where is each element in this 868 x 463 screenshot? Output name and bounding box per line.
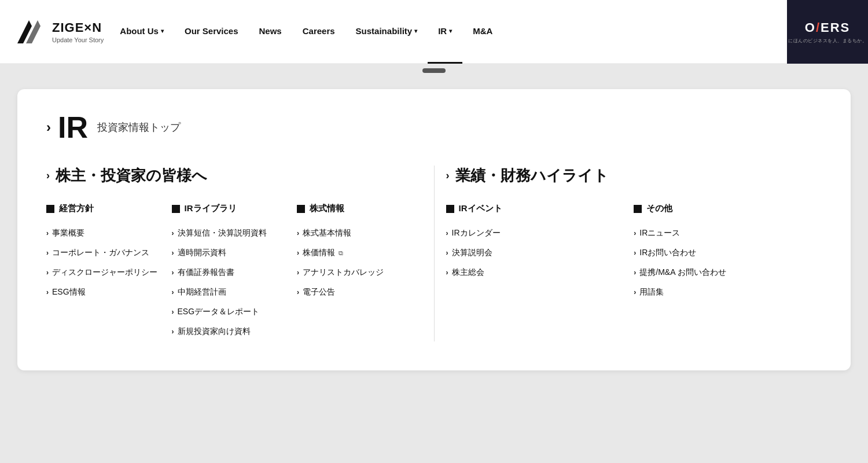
category-label: IRイベント	[459, 203, 502, 214]
left-menu-row: 経営方針 › 事業概要 › コーポレート・ガバナンス › ディスクロージャー	[46, 203, 422, 341]
menu-item[interactable]: › IRカレンダー	[446, 223, 623, 243]
menu-item[interactable]: › 用語集	[634, 282, 810, 302]
nav-about[interactable]: About Us ▾	[109, 0, 174, 64]
right-section-arrow: ›	[446, 170, 450, 182]
category-square	[446, 205, 454, 213]
category-keiei: 経営方針	[46, 203, 160, 214]
right-section-title: 業績・財務ハイライト	[455, 166, 609, 186]
ir-header: › IR 投資家情報トップ	[46, 112, 822, 142]
category-label: IRライブラリ	[185, 203, 237, 214]
logo-name: ZIGE×N	[52, 20, 104, 35]
chevron-down-icon: ▾	[449, 28, 452, 34]
logo-text: ZIGE×N Update Your Story	[52, 20, 104, 43]
category-square	[172, 205, 180, 213]
vertical-divider	[434, 166, 435, 341]
ir-title-sub: 投資家情報トップ	[97, 120, 181, 134]
menu-item[interactable]: › 株主総会	[446, 263, 623, 282]
nav-ma[interactable]: M&A	[462, 0, 503, 64]
menu-item[interactable]: › IRニュース	[634, 223, 810, 243]
left-section-heading: › 株主・投資家の皆様へ	[46, 166, 422, 186]
category-square	[634, 205, 642, 213]
sections-row: › 株主・投資家の皆様へ 経営方針 › 事業概要	[46, 166, 822, 341]
menu-col-ir-event: IRイベント › IRカレンダー › 決算説明会 › 株主総会	[446, 203, 634, 302]
nav-ir[interactable]: IR ▾	[428, 0, 462, 64]
right-section: › 業績・財務ハイライト IRイベント › IRカレンダー	[446, 166, 822, 341]
menu-item[interactable]: › 適時開示資料	[172, 243, 286, 263]
overs-panel: O/ERS にほんのビジネスを人、まるちか。	[787, 0, 868, 64]
menu-item[interactable]: › 電子公告	[297, 282, 411, 302]
overs-title: O/ERS	[805, 20, 851, 35]
menu-col-keiei: 経営方針 › 事業概要 › コーポレート・ガバナンス › ディスクロージャー	[46, 203, 172, 341]
category-label: その他	[646, 203, 672, 214]
menu-item[interactable]: › アナリストカバレッジ	[297, 263, 411, 282]
logo-icon	[12, 14, 46, 49]
menu-item[interactable]: › 提携/M&A お問い合わせ	[634, 263, 810, 282]
menu-item[interactable]: › ディスクロージャーポリシー	[46, 263, 160, 282]
main-header: ZIGE×N Update Your Story About Us ▾ Our …	[0, 0, 868, 64]
scroll-indicator	[0, 64, 868, 78]
ir-header-arrow: ›	[46, 119, 51, 135]
category-other: その他	[634, 203, 810, 214]
nav-sustainability[interactable]: Sustainability ▾	[345, 0, 428, 64]
ir-title-big: IR	[58, 112, 88, 142]
menu-col-stock: 株式情報 › 株式基本情報 › 株価情報 ⧉ ›	[297, 203, 422, 341]
chevron-down-icon: ▾	[414, 28, 417, 34]
menu-item[interactable]: › 株式基本情報	[297, 223, 411, 243]
menu-item[interactable]: › コーポレート・ガバナンス	[46, 243, 160, 263]
category-square	[46, 205, 54, 213]
nav-careers[interactable]: Careers	[292, 0, 345, 64]
menu-item[interactable]: › 中期経営計画	[172, 282, 286, 302]
category-ir-library: IRライブラリ	[172, 203, 286, 214]
menu-col-ir-library: IRライブラリ › 決算短信・決算説明資料 › 適時開示資料 › 有価証券報	[172, 203, 297, 341]
logo-area[interactable]: ZIGE×N Update Your Story	[12, 14, 104, 49]
category-label: 経営方針	[59, 203, 94, 214]
menu-item[interactable]: › 新規投資家向け資料	[172, 322, 286, 341]
nav-news[interactable]: News	[249, 0, 292, 64]
menu-item[interactable]: › IRお問い合わせ	[634, 243, 810, 263]
ir-dropdown-panel: › IR 投資家情報トップ › 株主・投資家の皆様へ 経営方針	[17, 89, 851, 370]
main-nav: About Us ▾ Our Services News Careers Sus…	[109, 0, 785, 64]
menu-item[interactable]: › 決算説明会	[446, 243, 623, 263]
nav-services[interactable]: Our Services	[174, 0, 249, 64]
menu-item[interactable]: › ESG情報	[46, 282, 160, 302]
category-square	[297, 205, 305, 213]
menu-item[interactable]: › 有価証券報告書	[172, 263, 286, 282]
menu-item[interactable]: › 事業概要	[46, 223, 160, 243]
menu-item-stock-price[interactable]: › 株価情報 ⧉	[297, 243, 411, 263]
left-section-arrow: ›	[46, 170, 50, 182]
main-content: › IR 投資家情報トップ › 株主・投資家の皆様へ 経営方針	[0, 78, 868, 388]
right-menu-row: IRイベント › IRカレンダー › 決算説明会 › 株主総会	[446, 203, 822, 302]
logo-tagline: Update Your Story	[52, 36, 104, 43]
chevron-down-icon: ▾	[161, 28, 164, 34]
category-stock: 株式情報	[297, 203, 411, 214]
right-section-heading: › 業績・財務ハイライト	[446, 166, 822, 186]
menu-item[interactable]: › ESGデータ＆レポート	[172, 302, 286, 322]
menu-item[interactable]: › 決算短信・決算説明資料	[172, 223, 286, 243]
external-link-icon: ⧉	[339, 249, 343, 257]
scroll-dot	[422, 68, 446, 73]
left-section-title: 株主・投資家の皆様へ	[56, 166, 207, 186]
category-label: 株式情報	[310, 203, 344, 214]
category-ir-event: IRイベント	[446, 203, 623, 214]
left-section: › 株主・投資家の皆様へ 経営方針 › 事業概要	[46, 166, 422, 341]
overs-subtitle: にほんのビジネスを人、まるちか。	[788, 38, 867, 44]
menu-col-other: その他 › IRニュース › IRお問い合わせ › 提携/M&A お問い合わ	[634, 203, 822, 302]
